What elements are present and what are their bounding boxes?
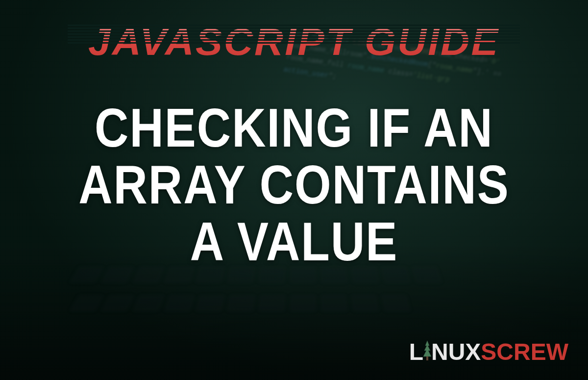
- category-header: JAVASCRIPT GUIDE: [88, 20, 499, 64]
- site-logo: L NUX SCREW: [409, 338, 568, 365]
- title-line-3: A VALUE: [78, 213, 510, 270]
- title-line-2: ARRAY CONTAINS: [78, 156, 510, 213]
- logo-text-nux: NUX: [431, 338, 481, 365]
- content-container: JAVASCRIPT GUIDE CHECKING IF AN ARRAY CO…: [0, 0, 588, 380]
- logo-text-screw: SCREW: [481, 338, 568, 365]
- pine-tree-icon: [422, 342, 432, 362]
- svg-rect-0: [426, 356, 428, 360]
- title-line-1: CHECKING IF AN: [78, 100, 510, 156]
- main-title: CHECKING IF AN ARRAY CONTAINS A VALUE: [78, 100, 510, 270]
